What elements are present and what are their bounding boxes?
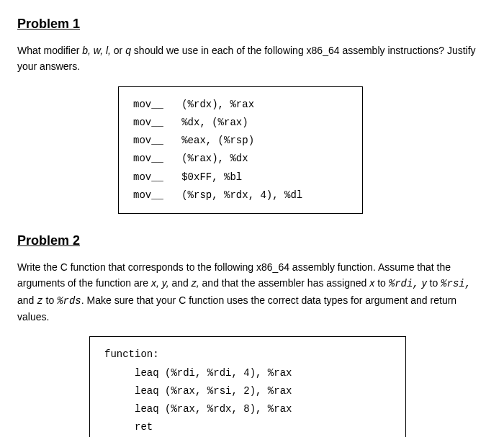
p2-zv: z <box>37 295 42 307</box>
p2-to1: to <box>374 277 388 289</box>
p2-and1: and <box>169 277 192 289</box>
p1-modifier-q: q <box>125 45 131 56</box>
problem1-code-block: mov__ (%rdx), %rax mov__ %dx, (%rax) mov… <box>118 86 363 214</box>
p2-rds: %rds <box>57 295 81 307</box>
p2-and2: and <box>17 294 37 306</box>
problem1-heading: Problem 1 <box>17 14 487 34</box>
p2-mid1: and that the assembler has assigned <box>199 277 370 289</box>
p2-to3: to <box>43 294 57 306</box>
problem2-question: Write the C function that corresponds to… <box>17 259 487 325</box>
p2-z: z, <box>192 277 199 289</box>
p2-yv: y <box>422 277 427 289</box>
p2-rsi: %rsi, <box>441 278 471 289</box>
problem2-heading: Problem 2 <box>17 231 487 251</box>
p2-end: . Make sure that your C function uses th… <box>17 294 456 323</box>
problem1-question: What modifier b, w, l, or q should we us… <box>17 42 487 75</box>
p1-text-mid: or <box>111 45 125 56</box>
p2-xy: x, y, <box>151 277 169 289</box>
problem2-code-block: function: leaq (%rdi, %rdi, 4), %rax lea… <box>89 336 406 437</box>
p2-to2: to <box>427 277 441 289</box>
p1-modifiers: b, w, l, <box>82 45 111 56</box>
p2-rdi: %rdi, <box>389 278 419 289</box>
p1-text-pre: What modifier <box>17 45 82 56</box>
